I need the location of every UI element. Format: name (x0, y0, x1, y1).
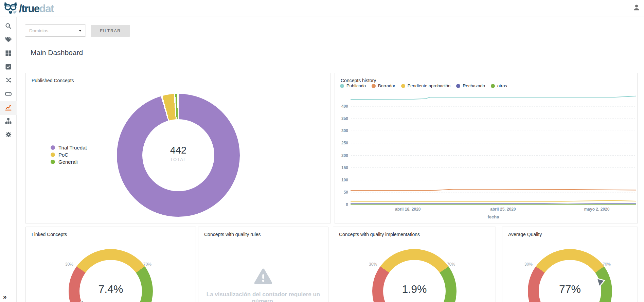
svg-text:200: 200 (341, 153, 348, 158)
panel-title: Average Quality (508, 232, 542, 237)
legend-item[interactable]: Trial Truedat (51, 145, 87, 150)
linked-concepts-gauge: 30% 70% 7.4% (63, 244, 158, 302)
legend-label: Pendiente aprobación (408, 83, 451, 88)
sidebar-item-quality[interactable] (0, 60, 17, 74)
quality-implementations-panel: Concepts with quality implementations 30… (333, 227, 496, 302)
quality-rules-panel: Concepts with quality rules La visualiza… (198, 227, 328, 302)
svg-text:mayo 2, 2020: mayo 2, 2020 (584, 207, 610, 212)
average-quality-gauge: 30% 70% 77% (522, 244, 618, 302)
legend-dot (491, 84, 495, 88)
sidebar-item-systems[interactable] (0, 88, 17, 101)
legend-label: Borrador (378, 83, 395, 88)
sitemap-icon (5, 118, 12, 126)
panel-title: Concepts history (341, 78, 376, 83)
svg-text:abril 25, 2020: abril 25, 2020 (490, 207, 516, 212)
search-icon (5, 23, 12, 31)
svg-text:250: 250 (341, 141, 348, 145)
app-header: /truedat (0, 0, 644, 17)
sidebar-item-settings[interactable] (0, 128, 17, 142)
legend-label: otros (497, 83, 507, 88)
legend-dot (51, 145, 55, 150)
legend-label: Publicado (346, 83, 366, 88)
published-concepts-panel: Published Concepts 442 TOTAL Trial Trued… (25, 73, 330, 224)
legend-label: Generali (58, 159, 78, 165)
svg-text:fecha: fecha (488, 214, 500, 219)
domains-select[interactable]: Dominios (25, 24, 86, 37)
gauge-tick-30: 30% (524, 262, 533, 267)
gauge-tick-30: 30% (65, 262, 73, 267)
pie-legend: Trial Truedat PoC Generali (51, 145, 87, 165)
svg-text:50: 50 (344, 190, 348, 195)
gauge-tick-70: 70% (447, 262, 455, 267)
legend-label: Trial Truedat (58, 145, 87, 150)
page-title: Main Dashboard (31, 49, 83, 57)
person-icon (633, 4, 640, 13)
gauge-value: 7.4% (63, 283, 158, 296)
sidebar-item-search[interactable] (0, 20, 17, 33)
sidebar-item-structures[interactable] (0, 47, 17, 60)
sidebar-item-tags[interactable] (0, 33, 17, 47)
gauge-value: 77% (522, 283, 618, 296)
legend-dot (456, 84, 460, 88)
caret-down-icon (79, 30, 82, 32)
gauge-value: 1.9% (367, 283, 462, 296)
gauge-tick-70: 70% (603, 262, 611, 267)
tags-icon (5, 36, 12, 44)
sidebar-item-taxonomy[interactable] (0, 115, 17, 128)
legend-item[interactable]: PoC (51, 152, 87, 158)
legend-item[interactable]: otros (491, 83, 507, 88)
shuffle-icon (5, 77, 12, 85)
legend-dot (51, 160, 55, 164)
check-square-icon (5, 64, 11, 71)
donut-center-label: 442 TOTAL (142, 117, 214, 189)
domains-select-placeholder: Dominios (29, 28, 48, 33)
gear-icon (5, 131, 12, 139)
gauge-tick-70: 70% (143, 262, 151, 267)
average-quality-panel: Average Quality 30% 70% 77% (502, 227, 638, 302)
warning-message: La visualización del contador requiere u… (198, 291, 328, 302)
grid-icon (5, 50, 11, 57)
history-legend: PublicadoBorradorPendiente aprobaciónRec… (340, 83, 513, 88)
filter-button[interactable]: FILTRAR (91, 25, 130, 37)
legend-dot (372, 84, 376, 88)
legend-item[interactable]: Generali (51, 159, 87, 165)
legend-item[interactable]: Pendiente aprobación (401, 83, 451, 88)
user-menu-button[interactable] (632, 3, 641, 13)
quality-implementations-gauge: 30% 70% 1.9% (367, 244, 462, 302)
history-line-chart: 050100150200250300350400abril 18, 2020ab… (338, 92, 638, 220)
svg-text:0: 0 (346, 202, 348, 207)
svg-text:400: 400 (341, 104, 348, 109)
storage-icon (5, 91, 12, 99)
owl-logo-icon (3, 1, 18, 16)
panel-title: Linked Concepts (32, 232, 67, 237)
legend-label: Rechazado (463, 83, 485, 88)
legend-dot (340, 84, 344, 88)
svg-text:300: 300 (341, 128, 348, 133)
legend-dot (401, 84, 405, 88)
svg-text:150: 150 (341, 165, 348, 170)
sidebar-expand-button[interactable]: » (0, 293, 17, 301)
truedat-logo[interactable]: /truedat (3, 1, 54, 16)
legend-label: PoC (58, 152, 68, 158)
sidebar-item-dashboards[interactable] (0, 101, 17, 115)
chart-line-icon (5, 104, 12, 112)
warning-triangle-icon (254, 268, 272, 286)
linked-concepts-panel: Linked Concepts 30% 70% 7.4% (25, 227, 196, 302)
sidebar-item-lineage[interactable] (0, 74, 17, 88)
gauge-tick-30: 30% (369, 262, 377, 267)
legend-item[interactable]: Borrador (372, 83, 395, 88)
svg-text:350: 350 (341, 116, 348, 121)
legend-item[interactable]: Publicado (340, 83, 366, 88)
svg-text:100: 100 (341, 178, 348, 182)
concepts-history-panel: Concepts history PublicadoBorradorPendie… (335, 73, 638, 224)
legend-dot (51, 153, 55, 157)
sidebar-nav: » (0, 17, 17, 302)
donut-total-value: 442 (170, 145, 186, 156)
donut-total-caption: TOTAL (170, 157, 186, 162)
svg-text:abril 18, 2020: abril 18, 2020 (395, 207, 421, 212)
panel-title: Concepts with quality rules (204, 232, 261, 237)
legend-item[interactable]: Rechazado (456, 83, 485, 88)
brand-wordmark: /truedat (19, 2, 54, 16)
panel-title: Concepts with quality implementations (339, 232, 420, 237)
